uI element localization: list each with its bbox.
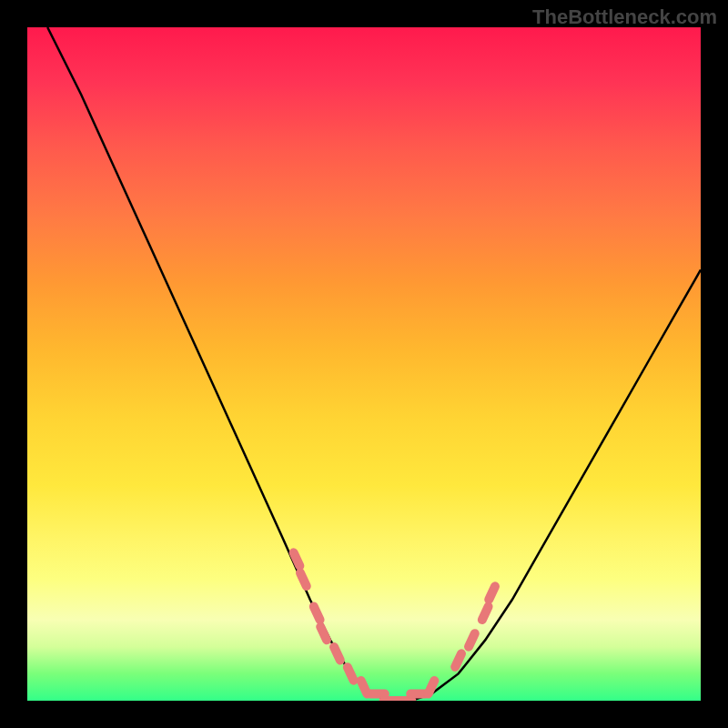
marker-point [422,674,440,700]
chart-plot-area [27,27,701,701]
marker-point [315,621,333,646]
marker-point [308,601,326,626]
marker-point [288,547,306,572]
bottleneck-curve [47,27,701,701]
marker-point [294,567,312,592]
curve-lines [47,27,701,701]
marker-point [328,641,346,666]
curve-svg [27,27,701,701]
marker-point [483,581,501,606]
curve-markers [288,547,501,701]
marker-point [450,648,468,673]
marker-point [476,601,494,626]
watermark-text: TheBottleneck.com [532,5,717,29]
